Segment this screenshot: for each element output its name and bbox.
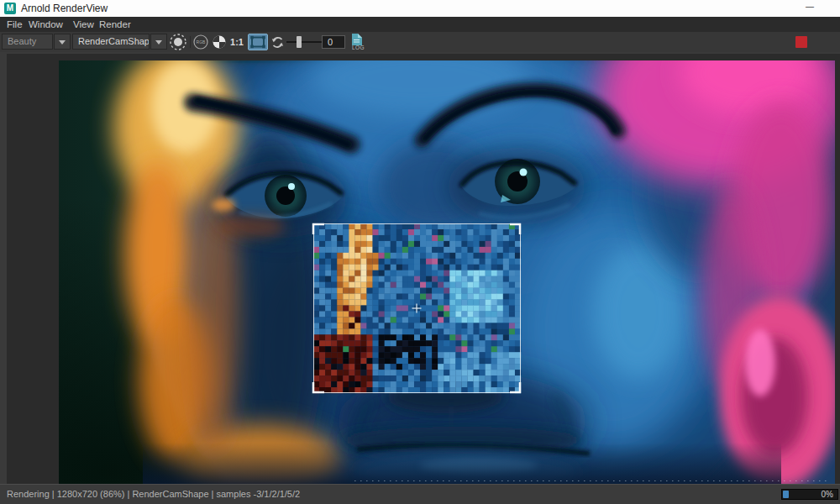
menu-bar: File Window View Render <box>0 17 840 32</box>
aov-select[interactable]: Beauty <box>2 34 53 50</box>
region-tool-button[interactable] <box>248 34 268 50</box>
display-channel-button[interactable]: RGB <box>192 34 209 50</box>
exposure-slider-handle[interactable] <box>297 36 302 48</box>
dashed-circle-dot-icon <box>169 33 187 51</box>
log-label: LOG <box>352 45 365 50</box>
color-wheel-icon <box>211 34 228 50</box>
exposure-slider-track <box>286 41 326 43</box>
zoom-1-1-button[interactable]: 1:1 <box>228 34 245 50</box>
title-bar: M Arnold RenderView — <box>0 0 840 17</box>
background-toggle-button[interactable] <box>211 34 228 50</box>
exposure-slider[interactable] <box>286 34 326 50</box>
rendered-image[interactable] <box>59 60 835 484</box>
toolbar-divider <box>190 36 191 48</box>
refresh-render-button[interactable] <box>270 34 285 50</box>
arnold-renderview-window: M Arnold RenderView — File Window View R… <box>0 0 840 504</box>
render-progress-label: 0% <box>822 490 833 499</box>
toolbar: Beauty RenderCamShape RGB 1:1 <box>0 32 840 52</box>
render-status-text: Rendering | 1280x720 (86%) | RenderCamSh… <box>7 485 300 504</box>
maya-app-icon: M <box>4 3 16 14</box>
menu-render[interactable]: Render <box>99 17 131 32</box>
camera-select-chevron-down-icon[interactable] <box>150 34 167 50</box>
manipulation-mode-button[interactable] <box>168 34 188 50</box>
rgb-channel-icon: RGB <box>192 34 209 50</box>
refresh-icon <box>270 35 285 50</box>
window-title: Arnold RenderView <box>21 0 108 17</box>
svg-text:RGB: RGB <box>197 39 207 45</box>
menu-file[interactable]: File <box>7 17 23 32</box>
menu-window[interactable]: Window <box>29 17 63 32</box>
render-progress-bar: 0% <box>781 489 838 500</box>
render-progress-fill <box>783 491 789 498</box>
render-viewport <box>0 52 840 484</box>
camera-select[interactable]: RenderCamShape <box>72 34 150 50</box>
stop-render-button[interactable] <box>795 36 807 48</box>
minimize-button[interactable]: — <box>798 0 822 17</box>
face-render <box>59 60 835 484</box>
render-region-icon <box>249 34 267 50</box>
menu-view[interactable]: View <box>73 17 94 32</box>
render-log-button[interactable]: LOG <box>347 33 367 51</box>
exposure-value-field[interactable]: 0 <box>322 35 345 49</box>
aov-select-chevron-down-icon[interactable] <box>54 34 71 50</box>
status-bar: Rendering | 1280x720 (86%) | RenderCamSh… <box>0 484 840 504</box>
viewport-background <box>7 54 840 484</box>
right-eye <box>448 148 585 225</box>
